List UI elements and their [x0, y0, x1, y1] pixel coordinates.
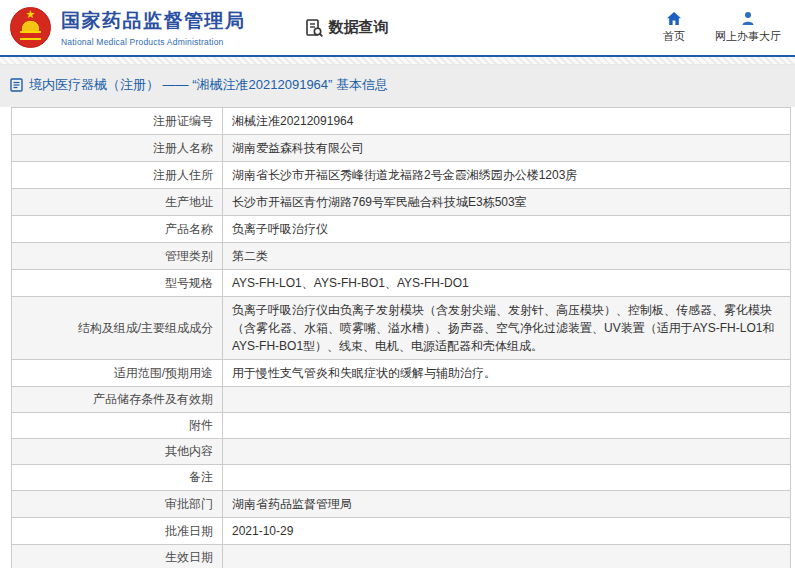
row-label: 生效日期	[12, 545, 223, 568]
data-query-section[interactable]: 数据查询	[304, 18, 389, 38]
row-value: 负离子呼吸治疗仪由负离子发射模块（含发射尖端、发射针、高压模块）、控制板、传感器…	[223, 297, 791, 360]
row-value: 第二类	[223, 243, 791, 270]
site-header: ★ 国家药品监督管理局 National Medical Products Ad…	[0, 0, 795, 55]
nav-home[interactable]: 首页	[663, 11, 685, 44]
table-row: 注册人住所 湖南省长沙市开福区秀峰街道龙福路2号金霞湘绣园办公楼1203房	[12, 162, 791, 189]
page-title: 境内医疗器械（注册） —— “湘械注准20212091964” 基本信息	[29, 76, 388, 94]
table-row: 型号规格 AYS-FH-LO1、AYS-FH-BO1、AYS-FH-DO1	[12, 270, 791, 297]
document-icon	[10, 78, 23, 92]
row-label: 批准日期	[12, 518, 223, 545]
data-query-icon	[304, 18, 324, 38]
table-row: 产品名称 负离子呼吸治疗仪	[12, 216, 791, 243]
table-row: 生效日期	[12, 545, 791, 568]
row-label: 审批部门	[12, 491, 223, 518]
org-title-block: 国家药品监督管理局 National Medical Products Admi…	[61, 8, 246, 47]
row-value: 湖南省药品监督管理局	[223, 491, 791, 518]
table-row: 注册证编号 湘械注准20212091964	[12, 108, 791, 135]
header-nav: 首页 网上办事大厅	[663, 11, 781, 44]
table-row: 适用范围/预期用途 用于慢性支气管炎和失眠症状的缓解与辅助治疗。	[12, 360, 791, 387]
table-row: 管理类别 第二类	[12, 243, 791, 270]
row-value	[223, 413, 791, 439]
row-label: 适用范围/预期用途	[12, 360, 223, 387]
table-row: 产品储存条件及有效期	[12, 387, 791, 413]
nav-service-hall[interactable]: 网上办事大厅	[715, 11, 781, 44]
row-value	[223, 545, 791, 568]
row-label: 型号规格	[12, 270, 223, 297]
row-value: AYS-FH-LO1、AYS-FH-BO1、AYS-FH-DO1	[223, 270, 791, 297]
row-value	[223, 387, 791, 413]
row-value: 2021-10-29	[223, 518, 791, 545]
row-value: 用于慢性支气管炎和失眠症状的缓解与辅助治疗。	[223, 360, 791, 387]
registration-info-table: 注册证编号 湘械注准20212091964 注册人名称 湖南爱益森科技有限公司 …	[11, 107, 791, 568]
person-icon	[740, 11, 756, 26]
row-label: 注册证编号	[12, 108, 223, 135]
nav-home-label: 首页	[663, 29, 685, 44]
row-label: 管理类别	[12, 243, 223, 270]
row-label: 注册人住所	[12, 162, 223, 189]
table-row: 注册人名称 湖南爱益森科技有限公司	[12, 135, 791, 162]
breadcrumb: 境内医疗器械（注册） —— “湘械注准20212091964” 基本信息	[0, 65, 795, 107]
row-label: 其他内容	[12, 439, 223, 465]
row-label: 附件	[12, 413, 223, 439]
emblem-star-icon: ★	[11, 9, 50, 20]
table-row: 审批部门 湖南省药品监督管理局	[12, 491, 791, 518]
row-value: 湖南爱益森科技有限公司	[223, 135, 791, 162]
row-label: 产品名称	[12, 216, 223, 243]
row-label: 结构及组成/主要组成成分	[12, 297, 223, 360]
row-value: 长沙市开福区青竹湖路769号军民融合科技城E3栋503室	[223, 189, 791, 216]
data-query-label: 数据查询	[329, 18, 389, 37]
row-label: 产品储存条件及有效期	[12, 387, 223, 413]
row-value: 湖南省长沙市开福区秀峰街道龙福路2号金霞湘绣园办公楼1203房	[223, 162, 791, 189]
table-row: 结构及组成/主要组成成分 负离子呼吸治疗仪由负离子发射模块（含发射尖端、发射针、…	[12, 297, 791, 360]
row-label: 注册人名称	[12, 135, 223, 162]
national-emblem-logo: ★	[10, 7, 51, 48]
table-row: 批准日期 2021-10-29	[12, 518, 791, 545]
row-label: 生产地址	[12, 189, 223, 216]
hatched-band	[0, 57, 795, 65]
row-value: 湘械注准20212091964	[223, 108, 791, 135]
table-row: 附件	[12, 413, 791, 439]
home-icon	[666, 11, 682, 26]
row-value: 负离子呼吸治疗仪	[223, 216, 791, 243]
row-label: 备注	[12, 465, 223, 491]
row-value	[223, 465, 791, 491]
org-name-en: National Medical Products Administration	[61, 37, 246, 47]
nav-service-hall-label: 网上办事大厅	[715, 29, 781, 44]
registration-info-table-wrap: 注册证编号 湘械注准20212091964 注册人名称 湖南爱益森科技有限公司 …	[0, 107, 795, 568]
table-row: 其他内容	[12, 439, 791, 465]
row-value	[223, 439, 791, 465]
org-name-zh: 国家药品监督管理局	[61, 8, 246, 34]
table-row: 生产地址 长沙市开福区青竹湖路769号军民融合科技城E3栋503室	[12, 189, 791, 216]
table-row: 备注	[12, 465, 791, 491]
emblem-gate-icon	[20, 31, 41, 40]
